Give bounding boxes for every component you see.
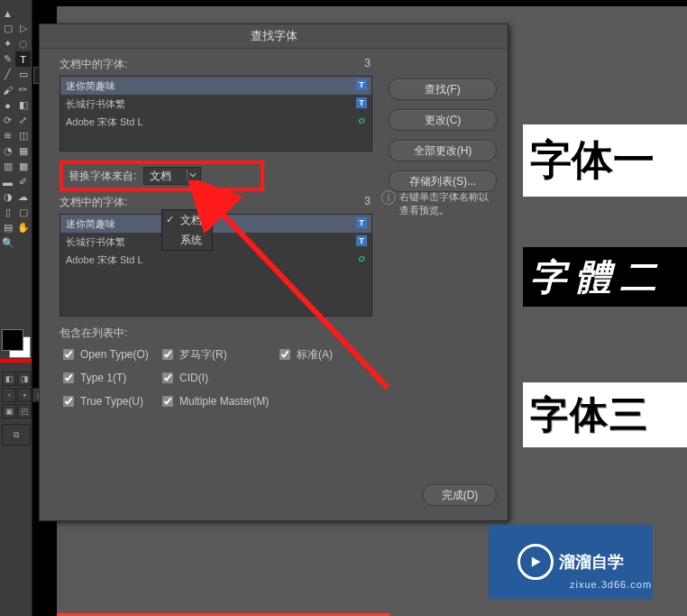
include-checkbox-grid: Open Type(O) 罗马字(R) 标准(A) Type 1(T) CID(… — [60, 346, 371, 409]
list-item[interactable]: 长城行书体繁 T — [60, 233, 371, 251]
left-toolbar: ▲ ▢▷ ✦◌ ✎T ╱▭ 🖌✏ ●◧ ⟳⤢ ≋◫ ◔▦ ▥▩ ▬✐ ◑☁ ▯▢… — [0, 0, 32, 616]
pencil-tool[interactable]: ✏ — [15, 82, 31, 97]
artboard-tool[interactable]: ▢ — [15, 205, 31, 220]
info-text: 右键单击字体名称以查看预览。 — [399, 190, 497, 217]
watermark-logo: 溜溜自学 zixue.3d66.com — [489, 525, 653, 599]
watermark-brand: 溜溜自学 — [559, 551, 624, 573]
dialog-title: 查找字体 — [40, 24, 508, 49]
free-transform-tool[interactable]: ◫ — [15, 128, 31, 143]
document-fonts-list[interactable]: 迷你简趣味 T 长城行书体繁 T Adobe 宋体 Std L O — [60, 76, 372, 152]
change-button[interactable]: 更改(C) — [389, 109, 497, 131]
eyedropper-tool[interactable]: ✐ — [15, 174, 31, 189]
graph-tool[interactable]: ▯ — [0, 205, 15, 220]
mesh-tool[interactable]: ▩ — [15, 159, 31, 174]
list-item[interactable]: 长城行书体繁 T — [60, 95, 371, 113]
lasso-tool[interactable]: ◌ — [15, 36, 31, 51]
line-tool[interactable]: ╱ — [0, 67, 15, 82]
mm-checkbox[interactable]: Multiple Master(M) — [159, 393, 375, 409]
replace-source-menu: 文档 系统 — [161, 209, 213, 251]
included-label: 包含在列表中: — [60, 326, 127, 341]
menu-item-system[interactable]: 系统 — [162, 230, 212, 250]
brush-tool[interactable]: 🖌 — [0, 82, 15, 97]
opentype-icon: O — [356, 115, 367, 126]
gradient-mode-icon[interactable]: ◨ — [17, 372, 32, 386]
zoom-tool[interactable]: 🔍 — [0, 235, 15, 251]
list-item[interactable]: Adobe 宋体 Std L O — [60, 251, 371, 269]
watermark-url: zixue.3d66.com — [570, 579, 652, 590]
fonts-in-doc-label2: 文档中的字体: — [60, 195, 127, 210]
truetype-icon: T — [356, 97, 367, 108]
live-paint-tool[interactable]: ▦ — [15, 143, 31, 159]
find-button[interactable]: 查找(F) — [389, 78, 497, 100]
color-swatches[interactable] — [2, 329, 27, 356]
screen-switch-icon[interactable]: ⧉ — [2, 424, 31, 446]
list-item[interactable]: Adobe 宋体 Std L O — [60, 113, 371, 131]
menu-item-document[interactable]: 文档 — [162, 210, 212, 230]
color-none-indicator — [0, 359, 32, 363]
chevron-down-icon — [187, 170, 198, 180]
perspective-tool[interactable]: ▥ — [0, 159, 15, 174]
eraser-tool[interactable]: ◧ — [15, 97, 31, 113]
change-all-button[interactable]: 全部更改(H) — [389, 140, 497, 161]
screen-mode-icon[interactable]: ▣ — [2, 404, 16, 418]
blend-tool[interactable]: ◑ — [0, 189, 15, 205]
info-icon: i — [381, 190, 396, 205]
type-tool[interactable]: T — [15, 51, 31, 67]
selection-tool[interactable]: ▢ — [0, 21, 15, 36]
truetype-icon: T — [356, 79, 367, 90]
play-icon — [518, 544, 554, 580]
slice-tool[interactable]: ▤ — [0, 220, 15, 235]
replacement-fonts-list[interactable]: 迷你简趣味 T 长城行书体繁 T Adobe 宋体 Std L O — [60, 214, 372, 317]
font-name: Adobe 宋体 Std L — [66, 115, 143, 129]
font-preview-2: 字 體 二 — [523, 247, 687, 307]
font-preview-1: 字体一 — [523, 124, 687, 197]
fonts-count2: 3 — [364, 195, 371, 210]
done-button[interactable]: 完成(D) — [423, 484, 497, 506]
fonts-in-doc-label: 文档中的字体: — [60, 57, 127, 72]
width-tool[interactable]: ≋ — [0, 128, 15, 143]
rotate-tool[interactable]: ⟳ — [0, 113, 15, 128]
opentype-icon: O — [356, 253, 367, 264]
font-name: Adobe 宋体 Std L — [66, 253, 143, 267]
draw-behind-icon[interactable]: ▪ — [17, 388, 32, 402]
dropdown-value: 文档 — [150, 169, 171, 184]
list-item[interactable]: 迷你简趣味 T — [60, 77, 371, 95]
opentype-checkbox[interactable]: Open Type(O) — [60, 346, 159, 363]
rect-tool[interactable]: ▭ — [15, 67, 31, 82]
hand-tool[interactable]: ✋ — [15, 220, 31, 235]
wand-tool[interactable]: ✦ — [0, 36, 15, 51]
truetype-icon: T — [356, 217, 367, 228]
font-name: 迷你简趣味 — [66, 217, 115, 231]
standard-checkbox[interactable]: 标准(A) — [276, 346, 375, 363]
list-item[interactable]: 迷你简趣味 T — [60, 215, 371, 233]
foreground-color-swatch[interactable] — [2, 329, 23, 351]
scale-tool[interactable]: ⤢ — [15, 113, 31, 128]
save-list-button[interactable]: 存储列表(S)... — [389, 170, 497, 192]
shape-builder-tool[interactable]: ◔ — [0, 143, 15, 159]
replace-source-label: 替换字体来自: — [69, 169, 136, 184]
font-name: 长城行书体繁 — [66, 97, 125, 111]
truetype-icon: T — [356, 235, 367, 246]
type1-checkbox[interactable]: Type 1(T) — [60, 370, 159, 386]
direct-select-tool[interactable]: ▷ — [15, 21, 31, 36]
replace-source-dropdown[interactable]: 文档 — [143, 167, 201, 185]
find-font-dialog: 查找字体 文档中的字体: 3 迷你简趣味 T 长城行书体繁 T Adobe 宋体… — [39, 23, 508, 521]
blob-tool[interactable]: ● — [0, 97, 15, 113]
screen-mode2-icon[interactable]: ◰ — [17, 404, 32, 418]
font-name: 长城行书体繁 — [66, 235, 125, 249]
roman-checkbox[interactable]: 罗马字(R) — [159, 346, 276, 363]
fonts-count: 3 — [364, 57, 371, 72]
pen-tool[interactable]: ✎ — [0, 51, 15, 67]
font-preview-3: 字体三 — [523, 382, 687, 447]
replace-source-row-highlight: 替换字体来自: 文档 — [60, 161, 264, 191]
draw-normal-icon[interactable]: ▫ — [2, 388, 16, 402]
symbol-tool[interactable]: ☁ — [15, 189, 31, 205]
font-name: 迷你简趣味 — [66, 79, 115, 93]
truetype-checkbox[interactable]: True Type(U) — [60, 393, 159, 409]
tool-move[interactable]: ▲ — [0, 5, 15, 21]
gradient-tool[interactable]: ▬ — [0, 174, 15, 189]
color-mode-icon[interactable]: ◧ — [2, 372, 16, 386]
cid-checkbox[interactable]: CID(I) — [159, 370, 276, 386]
